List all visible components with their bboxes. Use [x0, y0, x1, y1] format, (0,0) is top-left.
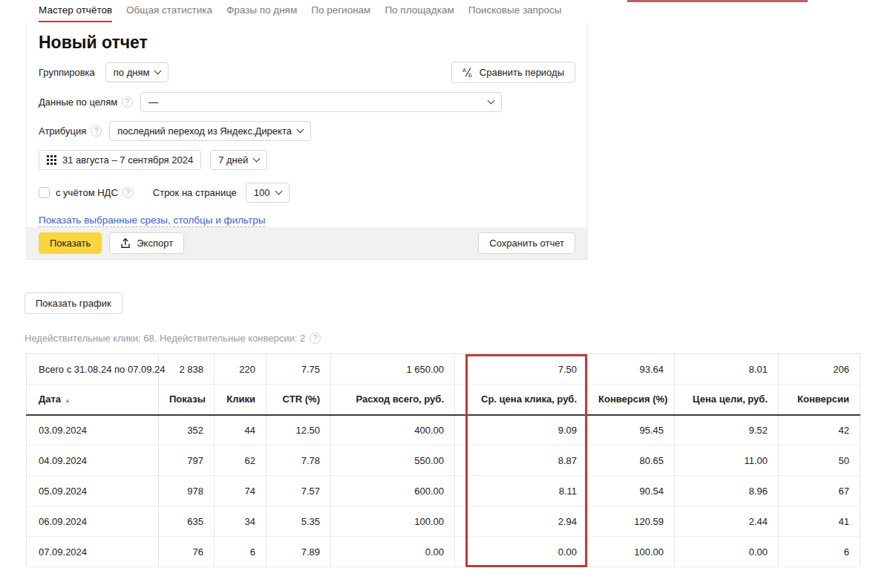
grouping-label: Группировка	[39, 67, 95, 78]
table-cell: 635	[159, 506, 215, 537]
table-cell: 04.09.2024	[27, 445, 159, 476]
tab-by-region[interactable]: По регионам	[311, 4, 370, 22]
goal-data-row: Данные по целям —	[39, 92, 575, 112]
table-cell: 05.09.2024	[27, 476, 159, 506]
column-header[interactable]: Конверсия (%)	[588, 385, 675, 415]
tab-report-wizard[interactable]: Мастер отчётов	[39, 4, 112, 22]
table-cell: 2.44	[675, 506, 779, 537]
vat-checkbox[interactable]	[39, 187, 50, 198]
grouping-select[interactable]: по дням	[105, 62, 169, 82]
svg-text:Б: Б	[468, 72, 472, 78]
grouping-row: Группировка по дням АБ Сравнить периоды	[39, 62, 575, 83]
show-slices-columns-filters-link[interactable]: Показать выбранные срезы, столбцы и филь…	[39, 215, 265, 227]
invalid-clicks-text: Недействительные клики: 68. Недействител…	[24, 333, 305, 344]
sort-asc-icon	[65, 393, 71, 405]
help-icon[interactable]	[310, 333, 321, 344]
chevron-down-icon	[297, 126, 304, 134]
header-row: ДатаПоказыКликиCTR (%)Расход всего, руб.…	[27, 385, 860, 415]
save-report-button[interactable]: Сохранить отчет	[478, 232, 575, 254]
column-header[interactable]: Конверсии	[779, 385, 860, 415]
period-preset-value: 7 дней	[218, 154, 248, 166]
column-header[interactable]: Ср. цена клика, руб.	[455, 385, 588, 415]
upload-icon	[120, 238, 131, 249]
table-cell: 34	[215, 506, 267, 537]
table-cell: 120.59	[588, 506, 675, 537]
compare-ab-icon: АБ	[462, 67, 474, 78]
attribution-label: Атрибуция	[39, 125, 102, 137]
report-table: Всего с 31.08.24 по 07.09.242 8382207.75…	[26, 353, 860, 567]
tab-search-queries[interactable]: Поисковые запросы	[468, 4, 562, 22]
invalid-clicks-notice: Недействительные клики: 68. Недействител…	[24, 333, 321, 344]
form-footer-bar: Показать Экспорт Сохранить отчет	[27, 227, 587, 259]
chevron-down-icon	[154, 68, 162, 75]
table-row: 04.09.2024797627.78550.008.8780.6511.005…	[27, 445, 860, 476]
tab-overall-stats[interactable]: Общая статистика	[126, 4, 212, 22]
tab-phrases-by-day[interactable]: Фразы по дням	[226, 4, 297, 22]
table-cell: 9.52	[675, 415, 779, 445]
table-cell: 8.11	[455, 476, 588, 506]
table-cell: 76	[159, 537, 215, 567]
help-icon[interactable]	[122, 187, 134, 198]
export-button[interactable]: Экспорт	[109, 232, 184, 254]
table-cell: 06.09.2024	[27, 506, 159, 537]
tab-by-placement[interactable]: По площадкам	[385, 4, 454, 22]
date-range-button[interactable]: 31 августа – 7 сентября 2024	[39, 150, 201, 170]
report-settings-card: Новый отчет Группировка по дням АБ Сравн…	[26, 22, 588, 260]
totals-cell: Всего с 31.08.24 по 07.09.24	[27, 354, 159, 385]
table-cell: 74	[215, 476, 267, 506]
totals-cell: 93.64	[588, 354, 675, 385]
rows-per-page-select[interactable]: 100	[246, 183, 290, 203]
table-cell: 100.00	[331, 506, 455, 537]
calendar-grid-icon	[47, 155, 56, 165]
show-button[interactable]: Показать	[39, 232, 102, 254]
totals-cell: 7.50	[455, 354, 588, 385]
show-chart-button[interactable]: Показать график	[24, 293, 122, 314]
table-cell: 90.54	[588, 476, 675, 506]
period-preset-select[interactable]: 7 дней	[210, 150, 267, 170]
report-wizard-page: { "tabs": [ { "name": "report-wizard", "…	[0, 0, 873, 588]
table-cell: 797	[159, 445, 215, 476]
goal-data-label: Данные по целям	[39, 97, 133, 108]
table-cell: 352	[159, 415, 215, 445]
table-cell: 7.57	[267, 476, 331, 506]
attribution-select-value: последний переход из Яндекс.Директа	[117, 125, 292, 137]
table-cell: 95.45	[588, 415, 675, 445]
table-cell: 978	[159, 476, 215, 506]
table-cell: 80.65	[588, 445, 675, 476]
export-label: Экспорт	[137, 238, 173, 249]
column-header[interactable]: Цена цели, руб.	[675, 385, 779, 415]
column-header[interactable]: Клики	[215, 385, 267, 415]
vat-label-text: с учётом НДС	[56, 187, 118, 198]
totals-cell: 2 838	[159, 354, 215, 385]
grouping-select-value: по дням	[114, 67, 150, 78]
table-row: 05.09.2024978747.57600.008.1190.548.9667	[27, 476, 860, 506]
table-cell: 9.09	[455, 415, 588, 445]
column-header[interactable]: CTR (%)	[267, 385, 331, 415]
compare-periods-button[interactable]: АБ Сравнить периоды	[451, 62, 575, 83]
rows-per-page-value: 100	[254, 187, 270, 198]
date-range-value: 31 августа – 7 сентября 2024	[62, 154, 193, 166]
table-row: 07.09.20247667.890.000.00100.000.006	[27, 537, 860, 567]
table-cell: 8.87	[455, 445, 588, 476]
table-cell: 5.35	[267, 506, 331, 537]
filters-link-row: Показать выбранные срезы, столбцы и филь…	[39, 215, 575, 227]
goal-data-select[interactable]: —	[140, 92, 502, 112]
table-cell: 42	[779, 415, 860, 445]
table-row: 06.09.2024635345.35100.002.94120.592.444…	[27, 506, 860, 537]
table-row: 03.09.20243524412.50400.009.0995.459.524…	[27, 415, 860, 445]
attribution-select[interactable]: последний переход из Яндекс.Директа	[109, 121, 311, 141]
totals-cell: 206	[779, 354, 860, 385]
table-cell: 0.00	[675, 537, 779, 567]
help-icon[interactable]	[122, 97, 133, 108]
compare-periods-label: Сравнить периоды	[480, 67, 564, 78]
totals-cell: 220	[215, 354, 267, 385]
table-cell: 62	[215, 445, 267, 476]
column-header[interactable]: Показы	[159, 385, 215, 415]
help-icon[interactable]	[91, 125, 102, 137]
chevron-down-icon	[253, 155, 261, 163]
column-header[interactable]: Расход всего, руб.	[331, 385, 455, 415]
column-header[interactable]: Дата	[27, 385, 159, 415]
report-table-wrap: Всего с 31.08.24 по 07.09.242 8382207.75…	[26, 353, 860, 567]
table-cell: 12.50	[267, 415, 331, 445]
table-cell: 03.09.2024	[27, 415, 159, 445]
